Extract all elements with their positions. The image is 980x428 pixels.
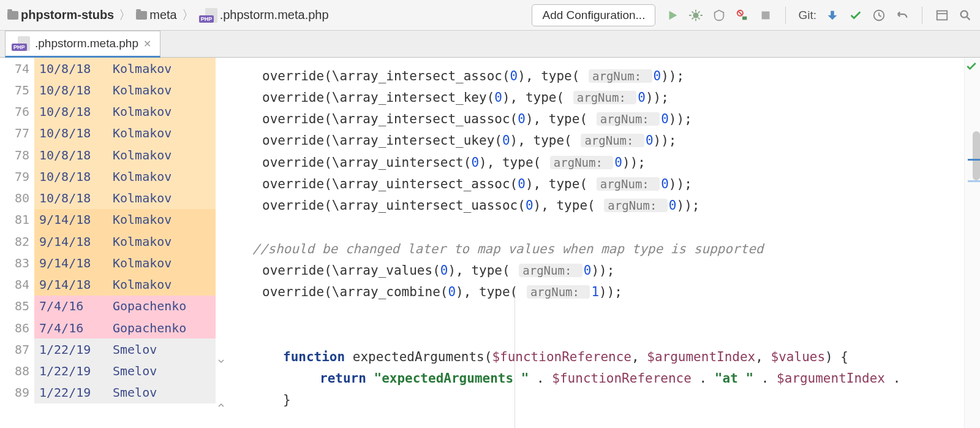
svg-point-0 [693,12,699,18]
blame-date: 9/14/18 [39,234,103,249]
line-number: 74 [0,61,34,76]
breadcrumb-folder[interactable]: meta [136,8,176,22]
git-update-icon[interactable] [825,8,840,23]
blame-author: Kolmakov [113,126,172,140]
blame-author: Kolmakov [113,191,172,205]
line-number: 85 [0,299,34,313]
blame-annotation[interactable]: 9/14/18 Kolmakov [34,209,216,231]
chevron-right-icon: 〉 [119,7,131,23]
error-stripe-marker[interactable] [968,180,980,182]
git-label: Git: [798,9,816,22]
blame-date: 7/4/16 [39,299,103,313]
code-line: return "expectedArguments " . $functionR… [228,368,964,389]
breadcrumb-root[interactable]: phpstorm-stubs [7,8,114,22]
code-line-cutoff [228,58,964,65]
code-line: override(\array_intersect_ukey(0), type(… [228,130,964,151]
coverage-icon[interactable] [712,8,726,23]
run-toolbar: Git: [665,7,973,24]
blame-annotation[interactable]: 7/4/16 Gopachenko [34,296,216,317]
separator [922,7,922,24]
blame-author: Smelov [113,342,157,357]
line-number: 88 [0,364,34,378]
blame-annotation[interactable]: 10/8/18 Kolmakov [34,79,216,101]
git-revert-icon[interactable] [895,8,910,23]
add-configuration-button[interactable]: Add Configuration... [532,4,655,26]
git-history-icon[interactable] [872,8,886,23]
blame-annotation[interactable]: 1/22/19 Smelov [34,338,216,360]
gutter-row: 83 9/14/18 Kolmakov [0,252,216,273]
blame-author: Gopachenko [113,299,186,313]
error-stripe-marker[interactable] [968,159,980,161]
fold-expand-icon[interactable] [217,401,225,410]
gutter-row: 74 10/8/18 Kolmakov [0,58,216,79]
chevron-right-icon: 〉 [182,7,194,23]
editor-area: 74 10/8/18 Kolmakov 75 10/8/18 Kolmakov … [0,58,980,428]
blame-date: 10/8/18 [39,169,103,184]
code-line: override(\array_uintersect_assoc(0), typ… [228,173,964,194]
fold-collapse-icon[interactable] [217,357,225,365]
breadcrumb-file-label: .phpstorm.meta.php [220,8,329,22]
line-number: 75 [0,83,34,97]
code-line [228,216,964,238]
blame-date: 10/8/18 [39,83,103,97]
scrollbar-thumb[interactable] [973,131,980,180]
gutter-row: 84 9/14/18 Kolmakov [0,274,216,296]
blame-annotation[interactable]: 9/14/18 Kolmakov [34,231,216,252]
blame-annotation[interactable]: 9/14/18 Kolmakov [34,274,216,296]
line-number: 86 [0,321,34,335]
blame-date: 1/22/19 [39,342,103,357]
svg-rect-2 [742,16,747,20]
blame-date: 9/14/18 [39,212,103,227]
blame-author: Gopachenko [113,321,186,335]
line-number: 87 [0,342,34,357]
blame-date: 10/8/18 [39,126,103,140]
code-line: } [228,389,964,411]
profiler-icon[interactable] [735,8,750,23]
blame-annotation[interactable]: 10/8/18 Kolmakov [34,188,216,209]
breadcrumb-file[interactable]: PHP .phpstorm.meta.php [199,8,329,23]
gutter-row: 86 7/4/16 Gopachenko [0,317,216,338]
blame-annotation[interactable]: 10/8/18 Kolmakov [34,166,216,187]
blame-date: 10/8/18 [39,104,103,119]
line-number: 82 [0,234,34,249]
line-number: 79 [0,169,34,184]
separator [785,7,786,24]
blame-annotation[interactable]: 9/14/18 Kolmakov [34,252,216,273]
svg-rect-5 [937,10,948,20]
layout-icon[interactable] [935,8,949,23]
gutter-row: 85 7/4/16 Gopachenko [0,296,216,317]
indent-guide [514,288,515,428]
gutter-row: 75 10/8/18 Kolmakov [0,79,216,101]
stop-icon[interactable] [758,8,773,23]
inspection-ok-icon[interactable] [965,60,978,75]
blame-annotation[interactable]: 7/4/16 Gopachenko [34,317,216,338]
line-number: 80 [0,191,34,205]
debug-icon[interactable] [688,8,703,23]
blame-annotation[interactable]: 10/8/18 Kolmakov [34,144,216,166]
blame-annotation[interactable]: 1/22/19 Smelov [34,361,216,382]
tab-phpstorm-meta[interactable]: PHP .phpstorm.meta.php ✕ [5,31,160,58]
blame-date: 10/8/18 [39,148,103,162]
toolbar: phpstorm-stubs 〉 meta 〉 PHP .phpstorm.me… [0,0,980,31]
gutter-row: 79 10/8/18 Kolmakov [0,166,216,187]
blame-author: Kolmakov [113,104,172,119]
gutter-row: 80 10/8/18 Kolmakov [0,188,216,209]
blame-author: Kolmakov [113,148,172,162]
code-editor[interactable]: override(\array_intersect_assoc(0), type… [228,58,964,428]
close-icon[interactable]: ✕ [143,38,151,50]
blame-date: 1/22/19 [39,364,103,378]
run-icon[interactable] [665,8,680,23]
blame-annotation[interactable]: 10/8/18 Kolmakov [34,58,216,79]
line-number: 83 [0,256,34,270]
svg-point-6 [961,10,968,17]
blame-annotation[interactable]: 10/8/18 Kolmakov [34,123,216,144]
gutter-row: 78 10/8/18 Kolmakov [0,144,216,166]
line-number: 81 [0,212,34,227]
gutter-row: 76 10/8/18 Kolmakov [0,101,216,123]
code-line: function expectedArguments($functionRefe… [228,346,964,367]
code-line: override(\array_uintersect(0), type( arg… [228,151,964,173]
git-commit-icon[interactable] [848,8,863,23]
blame-annotation[interactable]: 10/8/18 Kolmakov [34,101,216,123]
search-icon[interactable] [958,8,973,23]
blame-annotation[interactable]: 1/22/19 Smelov [34,382,216,403]
